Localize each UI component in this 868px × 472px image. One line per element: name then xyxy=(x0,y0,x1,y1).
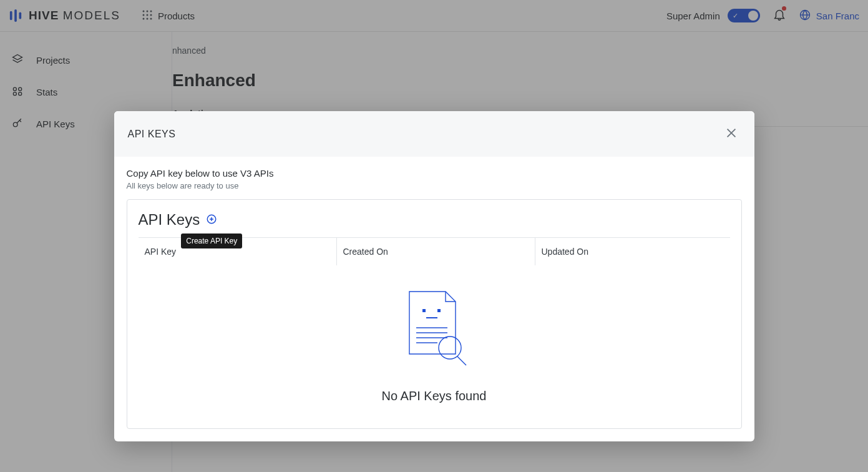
api-keys-modal: API KEYS Copy API key below to use V3 AP… xyxy=(114,111,754,441)
modal-close-button[interactable] xyxy=(722,124,741,144)
column-updated-on: Updated On xyxy=(535,238,730,265)
modal-sub-line: All keys below are ready to use xyxy=(127,181,742,190)
modal-copy-line: Copy API key below to use V3 APIs xyxy=(127,168,742,179)
modal-title: API KEYS xyxy=(128,129,176,140)
svg-line-27 xyxy=(457,356,466,365)
column-created-on: Created On xyxy=(337,238,535,265)
plus-circle-icon xyxy=(206,214,217,227)
close-icon xyxy=(724,132,738,142)
modal-overlay[interactable]: API KEYS Copy API key below to use V3 AP… xyxy=(0,0,868,472)
create-api-key-tooltip: Create API Key xyxy=(181,234,242,248)
svg-rect-19 xyxy=(422,309,426,312)
empty-state-text: No API Keys found xyxy=(382,389,487,403)
create-api-key-button[interactable]: Create API Key xyxy=(206,214,217,227)
empty-state: No API Keys found xyxy=(127,265,741,410)
api-keys-card: API Keys Create API Key API Key xyxy=(127,199,742,429)
svg-rect-20 xyxy=(437,309,441,312)
svg-point-26 xyxy=(439,337,461,359)
api-keys-card-title: API Keys xyxy=(139,211,200,229)
empty-document-search-icon xyxy=(400,287,469,370)
